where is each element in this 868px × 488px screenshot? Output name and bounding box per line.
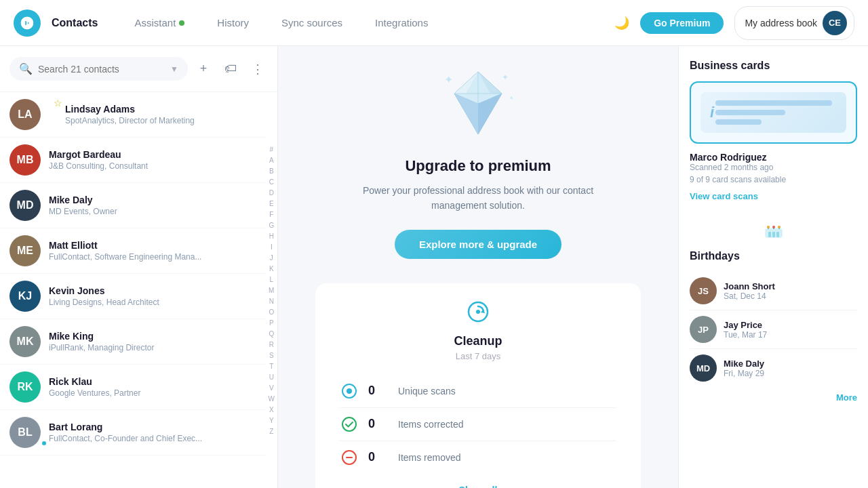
- alpha-m[interactable]: M: [269, 285, 274, 296]
- chevron-down-icon: ▼: [170, 64, 178, 74]
- cleanup-title: Cleanup: [340, 334, 616, 348]
- cleanup-svg-icon: [466, 300, 490, 324]
- cleanup-unique-scans-row: 0 Unique scans: [340, 375, 616, 408]
- alpha-y[interactable]: Y: [269, 415, 274, 426]
- list-item[interactable]: BL Bart Lorang FullContact, Co-Founder a…: [0, 410, 266, 455]
- alpha-hash[interactable]: #: [269, 144, 273, 155]
- list-item[interactable]: ME Matt Elliott FullContact, Software En…: [0, 228, 266, 274]
- avatar: MK: [9, 326, 41, 357]
- alpha-g[interactable]: G: [269, 220, 274, 230]
- alpha-w[interactable]: W: [269, 394, 275, 404]
- items-removed-count: 0: [368, 450, 389, 464]
- alpha-v[interactable]: V: [269, 383, 274, 393]
- items-corrected-label: Items corrected: [398, 419, 463, 430]
- alpha-o[interactable]: O: [269, 307, 274, 317]
- diamond-svg: ✦ ✦ ✦: [437, 66, 519, 141]
- avatar: LA: [9, 99, 41, 130]
- svg-point-13: [476, 310, 480, 314]
- premium-button[interactable]: Go Premium: [640, 12, 724, 34]
- contact-info: Mike Daly MD Events, Owner: [49, 195, 256, 216]
- contact-name: Margot Bardeau: [49, 149, 256, 160]
- alpha-q[interactable]: Q: [269, 329, 274, 339]
- biz-card-count: 9 of 9 card scans available: [690, 175, 857, 184]
- alpha-x[interactable]: X: [269, 405, 274, 415]
- contact-detail: FullContact, Software Engineering Mana..…: [49, 252, 256, 262]
- alpha-e[interactable]: E: [269, 199, 274, 209]
- alphabet-index[interactable]: # A B C D E F G H I J K L M N O P Q R S: [266, 92, 277, 488]
- list-item[interactable]: JP Jay Price Tue, Mar 17: [690, 310, 857, 349]
- birthday-name: Mike Daly: [724, 359, 764, 369]
- tag-icon[interactable]: 🏷: [220, 59, 241, 79]
- toolbar-icons: + 🏷 ⋮: [193, 59, 268, 79]
- header-right: 🌙 Go Premium My address book CE: [614, 6, 854, 40]
- theme-toggle-icon[interactable]: 🌙: [614, 16, 629, 30]
- alpha-a[interactable]: A: [269, 155, 274, 165]
- contact-info: Rick Klau Google Ventures, Partner: [49, 376, 256, 398]
- avatar: MD: [9, 190, 41, 221]
- contact-info: Bart Lorang FullContact, Co-Founder and …: [49, 422, 256, 443]
- alpha-d[interactable]: D: [269, 188, 274, 198]
- right-panel: Business cards i Marco Rodriguez Scanned…: [678, 46, 868, 488]
- more-birthdays-link[interactable]: More: [690, 392, 857, 403]
- list-item[interactable]: MD Mike Daly MD Events, Owner: [0, 183, 266, 228]
- contact-detail: MD Events, Owner: [49, 207, 256, 216]
- nav-integrations[interactable]: Integrations: [359, 0, 444, 46]
- birthday-date: Sat, Dec 14: [724, 291, 775, 301]
- alpha-l[interactable]: L: [269, 274, 273, 285]
- contact-name: Kevin Jones: [49, 285, 256, 296]
- birthdays-section: Birthdays JS Joann Short Sat, Dec 14 JP …: [690, 218, 857, 403]
- nav-assistant[interactable]: Assistant: [118, 0, 201, 46]
- svg-point-16: [342, 418, 356, 431]
- list-item[interactable]: MD Mike Daly Fri, May 29: [690, 349, 857, 387]
- nav-history[interactable]: History: [201, 0, 265, 46]
- svg-point-26: [767, 226, 770, 228]
- star-icon: ☆: [54, 98, 62, 108]
- items-corrected-icon: [340, 415, 359, 434]
- alpha-c[interactable]: C: [269, 177, 274, 187]
- alpha-b[interactable]: B: [269, 166, 274, 176]
- alpha-r[interactable]: R: [269, 340, 274, 350]
- search-input-wrap[interactable]: 🔍 ▼: [9, 57, 188, 81]
- address-book-button[interactable]: My address book CE: [734, 6, 854, 40]
- alpha-k[interactable]: K: [269, 264, 274, 274]
- show-all-link[interactable]: Show all: [340, 485, 616, 488]
- svg-text:✦: ✦: [509, 94, 514, 102]
- header: Contacts Assistant History Sync sources …: [0, 0, 868, 46]
- nav-items: Assistant History Sync sources Integrati…: [118, 0, 614, 46]
- add-contact-icon[interactable]: +: [193, 59, 214, 79]
- alpha-j[interactable]: J: [270, 253, 273, 263]
- logo[interactable]: [14, 9, 41, 37]
- view-card-scans-link[interactable]: View card scans: [690, 191, 758, 201]
- alpha-i[interactable]: I: [271, 242, 273, 252]
- alpha-t[interactable]: T: [269, 361, 273, 371]
- alpha-s[interactable]: S: [269, 350, 274, 361]
- alpha-h[interactable]: H: [269, 231, 274, 241]
- unique-scans-count: 0: [368, 384, 389, 398]
- cleanup-items-removed-row: 0 Items removed: [340, 441, 616, 474]
- search-input[interactable]: [38, 64, 165, 75]
- birthday-info: Jay Price Tue, Mar 17: [724, 320, 767, 340]
- list-item[interactable]: LA ☆ Lindsay Adams SpotAnalytics, Direct…: [0, 92, 266, 138]
- list-item[interactable]: MB Margot Bardeau J&B Consulting, Consul…: [0, 138, 266, 183]
- avatar: ME: [9, 235, 41, 266]
- contact-detail: Living Designs, Head Architect: [49, 298, 256, 307]
- svg-rect-20: [768, 232, 771, 237]
- alpha-p[interactable]: P: [269, 318, 274, 328]
- alpha-f[interactable]: F: [269, 209, 273, 220]
- explore-upgrade-button[interactable]: Explore more & upgrade: [395, 230, 561, 259]
- list-item[interactable]: MK Mike King iPullRank, Managing Directo…: [0, 319, 266, 365]
- diamond-illustration: ✦ ✦ ✦: [437, 66, 519, 144]
- list-item[interactable]: KJ Kevin Jones Living Designs, Head Arch…: [0, 274, 266, 319]
- biz-card-line-3: [715, 119, 762, 125]
- nav-sync-sources[interactable]: Sync sources: [265, 0, 359, 46]
- contact-name: Lindsay Adams: [65, 104, 256, 115]
- alpha-u[interactable]: U: [269, 372, 274, 382]
- cleanup-subtitle: Last 7 days: [340, 351, 616, 361]
- alpha-n[interactable]: N: [269, 296, 274, 306]
- alpha-z[interactable]: Z: [269, 426, 273, 436]
- avatar: CE: [823, 11, 847, 35]
- list-item[interactable]: JS Joann Short Sat, Dec 14: [690, 272, 857, 310]
- more-options-icon[interactable]: ⋮: [248, 59, 268, 79]
- sidebar: 🔍 ▼ + 🏷 ⋮ LA ☆: [0, 46, 278, 488]
- list-item[interactable]: RK Rick Klau Google Ventures, Partner: [0, 365, 266, 410]
